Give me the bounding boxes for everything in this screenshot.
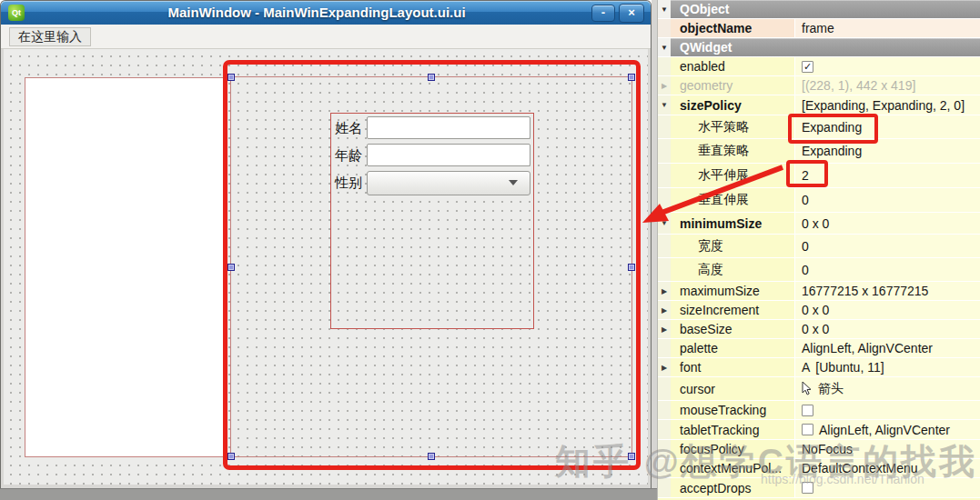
- selection-handle[interactable]: [628, 74, 635, 81]
- combo-arrow-icon: [509, 180, 518, 185]
- row-gutter: [658, 235, 671, 257]
- expand-arrow-icon[interactable]: ▶: [658, 358, 671, 376]
- selection-handle[interactable]: [428, 74, 435, 81]
- property-group-header[interactable]: ▼QObject: [658, 0, 980, 19]
- property-row-baseSize[interactable]: ▶baseSize0 x 0: [658, 320, 980, 339]
- property-row-sizePolicy[interactable]: ▼sizePolicy[Expanding, Expanding, 2, 0]: [658, 95, 980, 115]
- property-value-text: [(228, 1), 442 x 419]: [802, 78, 915, 93]
- expand-arrow-icon[interactable]: ▶: [658, 76, 671, 95]
- property-value[interactable]: Expanding: [794, 139, 980, 163]
- property-row-minimumSize[interactable]: ▼minimumSize0 x 0: [658, 213, 980, 235]
- close-button[interactable]: ×: [619, 4, 644, 23]
- selection-handle[interactable]: [628, 453, 635, 460]
- collapse-arrow-icon[interactable]: ▼: [658, 95, 671, 115]
- property-value[interactable]: DefaultContextMenu: [794, 459, 980, 477]
- property-row-objectName[interactable]: objectNameframe: [658, 19, 980, 38]
- minimize-button[interactable]: -: [591, 5, 615, 22]
- property-value[interactable]: 0 x 0: [794, 301, 980, 319]
- form-field-row: 性别: [334, 171, 530, 195]
- property-value[interactable]: [(228, 1), 442 x 419]: [794, 76, 980, 95]
- property-row-cursor[interactable]: cursor箭头: [658, 377, 980, 401]
- selection-handle[interactable]: [227, 74, 235, 81]
- collapse-arrow-icon[interactable]: ▼: [658, 38, 671, 56]
- property-row-enabled[interactable]: enabled✓: [658, 57, 980, 76]
- expand-arrow-icon[interactable]: ▶: [658, 320, 671, 338]
- property-value[interactable]: 16777215 x 16777215: [794, 282, 980, 300]
- property-value[interactable]: 0 x 0: [794, 320, 980, 338]
- window-titlebar[interactable]: Qt MainWindow - MainWinExpandingLayout.u…: [1, 1, 651, 25]
- property-value[interactable]: [794, 401, 980, 419]
- property-value[interactable]: [Expanding, Expanding, 2, 0]: [794, 95, 980, 115]
- property-value[interactable]: [794, 478, 980, 497]
- form-layout-outline[interactable]: 姓名年龄性别: [330, 113, 534, 329]
- property-row-垂直策略[interactable]: 垂直策略Expanding: [658, 139, 980, 164]
- expand-arrow-icon[interactable]: ▶: [658, 282, 671, 300]
- property-value[interactable]: 箭头: [794, 377, 980, 400]
- property-value[interactable]: A[Ubuntu, 11]: [794, 358, 980, 376]
- property-row-contextMenuPol-[interactable]: contextMenuPol...DefaultContextMenu: [658, 459, 980, 478]
- property-row-高度[interactable]: 高度0: [658, 258, 980, 282]
- property-row-acceptDrops[interactable]: acceptDrops: [658, 478, 980, 498]
- font-letter-icon: A: [802, 360, 810, 375]
- property-value[interactable]: AlignLeft, AlignVCenter: [794, 420, 980, 439]
- property-group-header[interactable]: ▼QWidget: [658, 38, 980, 57]
- menu-type-here[interactable]: 在这里输入: [9, 27, 91, 46]
- checkbox-unchecked[interactable]: [802, 482, 813, 494]
- checkbox-unchecked[interactable]: [802, 424, 813, 435]
- qt-designer-icon: Qt: [8, 5, 25, 21]
- property-value[interactable]: AlignLeft, AlignVCenter: [794, 339, 980, 357]
- selection-handle[interactable]: [428, 453, 435, 460]
- property-value[interactable]: Expanding: [794, 115, 980, 138]
- collapse-arrow-icon[interactable]: ▼: [658, 213, 671, 234]
- row-gutter: [658, 339, 671, 357]
- property-row-mouseTracking[interactable]: mouseTracking: [658, 401, 980, 420]
- property-row-宽度[interactable]: 宽度0: [658, 235, 980, 258]
- property-value-text: 0 x 0: [802, 303, 829, 317]
- property-group-label: QObject: [671, 0, 980, 18]
- property-row-垂直伸展[interactable]: 垂直伸展0: [658, 188, 980, 213]
- property-value[interactable]: 0: [794, 258, 980, 281]
- property-value[interactable]: 0 x 0: [794, 213, 980, 234]
- property-value[interactable]: frame: [794, 19, 980, 37]
- name-input[interactable]: [367, 116, 530, 139]
- form-field-label: 年龄: [335, 144, 365, 167]
- property-value-text: 0: [802, 239, 809, 254]
- age-input[interactable]: [367, 144, 530, 166]
- property-value-text: 箭头: [818, 381, 844, 397]
- property-row-水平策略[interactable]: 水平策略Expanding: [658, 115, 980, 139]
- menu-bar: 在这里输入: [1, 25, 651, 49]
- collapse-arrow-icon[interactable]: ▼: [658, 0, 671, 18]
- selection-handle[interactable]: [227, 264, 235, 271]
- property-row-水平伸展[interactable]: 水平伸展2: [658, 164, 980, 188]
- selection-handle[interactable]: [628, 264, 635, 271]
- design-canvas[interactable]: 姓名年龄性别: [4, 49, 648, 485]
- window-title: MainWindow - MainWinExpandingLayout.ui.u…: [56, 1, 578, 25]
- property-value-text: 16777215 x 16777215: [802, 284, 928, 298]
- expand-arrow-icon[interactable]: ▶: [658, 301, 671, 319]
- property-label: font: [671, 358, 794, 376]
- row-gutter: [658, 440, 671, 458]
- property-row-tabletTracking[interactable]: tabletTrackingAlignLeft, AlignVCenter: [658, 420, 980, 440]
- gender-combobox[interactable]: [367, 171, 530, 195]
- property-value[interactable]: 0: [794, 235, 980, 257]
- property-row-maximumSize[interactable]: ▶maximumSize16777215 x 16777215: [658, 282, 980, 301]
- row-gutter: [658, 420, 671, 439]
- property-value[interactable]: 2: [794, 164, 980, 187]
- property-value[interactable]: 0: [794, 188, 980, 212]
- property-value-text: DefaultContextMenu: [802, 461, 918, 475]
- property-row-geometry[interactable]: ▶geometry[(228, 1), 442 x 419]: [658, 76, 980, 95]
- property-row-palette[interactable]: paletteAlignLeft, AlignVCenter: [658, 339, 980, 358]
- property-row-font[interactable]: ▶fontA[Ubuntu, 11]: [658, 358, 980, 377]
- property-label: 高度: [671, 258, 794, 281]
- left-white-widget[interactable]: [25, 77, 224, 457]
- property-value[interactable]: NoFocus: [794, 440, 980, 458]
- checkbox-unchecked[interactable]: [802, 405, 813, 416]
- property-value[interactable]: ✓: [794, 57, 980, 75]
- checkbox-checked[interactable]: ✓: [802, 61, 813, 73]
- property-label: baseSize: [671, 320, 794, 338]
- selection-handle[interactable]: [227, 453, 235, 460]
- property-row-sizeIncrement[interactable]: ▶sizeIncrement0 x 0: [658, 301, 980, 320]
- property-row-focusPolicy[interactable]: focusPolicyNoFocus: [658, 440, 980, 459]
- property-value-text: frame: [802, 21, 834, 35]
- form-field-row: 姓名: [334, 116, 530, 140]
